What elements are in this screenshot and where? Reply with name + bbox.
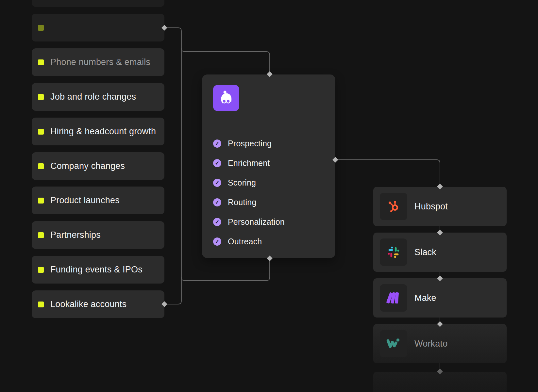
hubspot-logo-icon [380,193,407,220]
signal-card: Phone numbers & emails [32,48,164,76]
signal-card: Company changes [32,152,164,180]
signal-card: Job and role changes [32,83,164,111]
check-circle-icon [213,139,221,148]
capability-label: Enrichment [228,158,270,168]
check-circle-icon [213,179,221,187]
signal-bullet-icon [38,163,44,169]
capability-list: Prospecting Enrichment Scoring Routing P… [213,139,329,246]
capability-row: Scoring [213,179,329,187]
capability-row: Prospecting [213,139,329,148]
signal-label: Product launches [50,195,120,205]
signal-bullet-icon [38,302,44,307]
integration-label: Hubspot [414,202,448,212]
check-circle-icon [213,218,221,226]
signal-bullet-icon [38,25,44,31]
persona-avatar-icon [213,85,239,111]
capability-row: Outreach [213,237,329,246]
capability-label: Outreach [228,237,262,246]
agent-card: Prospecting Enrichment Scoring Routing P… [202,74,335,258]
signal-label: Partnerships [50,230,101,240]
signal-card-partial [32,0,164,7]
signal-card-loading [32,14,164,41]
capability-row: Enrichment [213,159,329,167]
capability-label: Prospecting [228,139,272,148]
integration-card-make: Make [373,278,507,318]
signal-label: Lookalike accounts [50,299,126,309]
signal-card: Partnerships [32,221,164,249]
signal-bullet-icon [38,94,44,100]
signal-card: Funding events & IPOs [32,256,164,284]
integration-card-workato: Workato [373,324,507,363]
integration-label: Workato [414,339,447,349]
integration-label: Slack [414,247,436,257]
capability-row: Routing [213,198,329,206]
capability-row: Personalization [213,218,329,226]
capability-label: Personalization [228,217,285,227]
signal-bullet-icon [38,232,44,238]
signal-label: Funding events & IPOs [50,265,143,275]
integration-card-hubspot: Hubspot [373,187,507,226]
workato-logo-icon [380,330,407,357]
integration-card-partial [373,372,507,392]
signal-label: Hiring & headcount growth [50,126,156,137]
make-logo-icon [380,284,407,312]
signal-label: Job and role changes [50,92,136,102]
signal-card: Lookalike accounts [32,290,164,318]
check-circle-icon [213,237,221,246]
slack-logo-icon [380,238,407,266]
integration-label: Make [414,293,436,303]
signal-bullet-icon [38,267,44,273]
signal-bullet-icon [38,198,44,204]
signal-bullet-icon [38,129,44,135]
signal-label: Phone numbers & emails [50,57,150,67]
signal-label: Company changes [50,161,125,171]
signal-bullet-icon [38,59,44,65]
check-circle-icon [213,159,221,167]
capability-label: Routing [228,198,257,207]
diagram-canvas: Phone numbers & emails Job and role chan… [0,0,538,392]
integration-card-slack: Slack [373,233,507,272]
signal-card: Hiring & headcount growth [32,118,164,145]
capability-label: Scoring [228,178,256,188]
check-circle-icon [213,198,221,206]
signal-card: Product launches [32,187,164,214]
